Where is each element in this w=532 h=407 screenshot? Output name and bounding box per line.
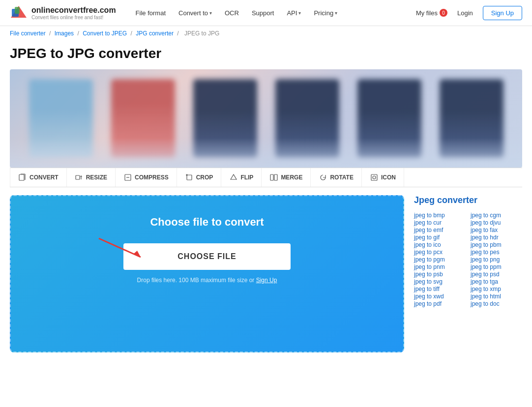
breadcrumb: File converter / Images / Convert to JPE… [0,26,532,41]
link-jpeg-cur[interactable]: jpeg to cur [414,219,442,226]
logo-area: onlineconvertfree.com Convert files onli… [10,4,116,22]
svg-rect-8 [187,175,192,180]
merge-icon [269,173,278,182]
flip-icon [229,173,238,182]
header: onlineconvertfree.com Convert files onli… [0,0,532,26]
upload-section: Choose file to convert CHOOSE FILE Drop … [10,195,404,352]
logo-subtitle: Convert files online free and fast! [31,15,116,20]
link-jpeg-doc[interactable]: jpeg to doc [471,300,500,307]
logo-text: onlineconvertfree.com Convert files onli… [31,6,116,20]
link-jpeg-png[interactable]: jpeg to png [471,256,500,263]
upload-title: Choose file to convert [150,216,264,229]
link-jpeg-pes[interactable]: jpeg to pes [471,249,500,256]
notification-badge: 0 [440,9,447,17]
tool-flip[interactable]: FLIP [221,168,262,187]
chevron-down-icon: ▾ [335,10,337,16]
link-jpeg-pgm[interactable]: jpeg to pgm [414,256,445,263]
svg-rect-5 [76,175,80,179]
main-nav: File format Convert to ▾ OCR Support API… [131,6,416,20]
breadcrumb-convert-to-jpeg[interactable]: Convert to JPEG [83,30,127,37]
nav-ocr[interactable]: OCR [220,6,244,20]
logo-title: onlineconvertfree.com [31,6,116,15]
signup-link[interactable]: Sign Up [256,277,277,284]
link-jpeg-xmp[interactable]: jpeg to xmp [471,286,501,292]
link-jpeg-fax[interactable]: jpeg to fax [471,227,498,233]
breadcrumb-jpg-converter[interactable]: JPG converter [136,30,174,37]
link-jpeg-tga[interactable]: jpeg to tga [471,278,498,285]
my-files-button[interactable]: My files 0 [416,9,447,17]
nav-support[interactable]: Support [247,6,279,20]
signup-button[interactable]: Sign Up [483,6,522,20]
link-jpeg-psd[interactable]: jpeg to psd [471,271,500,278]
page-title: JPEG to JPG converter [0,41,532,69]
sidebar-col2: jpeg to cgm jpeg to djvu jpeg to fax jpe… [471,211,522,307]
link-jpeg-gif[interactable]: jpeg to gif [414,234,440,241]
link-jpeg-svg[interactable]: jpeg to svg [414,278,443,285]
nav-pricing[interactable]: Pricing ▾ [309,6,342,20]
content-area: Choose file to convert CHOOSE FILE Drop … [0,187,532,360]
upload-button-area: CHOOSE FILE [123,243,291,270]
red-arrow-icon [94,233,153,263]
svg-point-15 [373,176,376,179]
nav-file-format[interactable]: File format [131,6,171,20]
sidebar-title: Jpeg converter [414,195,522,205]
icon-tool-icon [370,173,379,182]
convert-icon [18,173,27,182]
tool-crop[interactable]: CROP [177,168,222,187]
banner-fade [10,138,522,168]
banner [10,69,522,168]
breadcrumb-images[interactable]: Images [55,30,74,37]
crop-icon [185,173,194,182]
tool-convert[interactable]: CONVERT [10,168,67,187]
link-jpeg-pbm[interactable]: jpeg to pbm [471,241,502,248]
resize-icon [75,173,84,182]
rotate-icon [319,173,327,182]
breadcrumb-file-converter[interactable]: File converter [10,30,46,37]
sidebar: Jpeg converter jpeg to bmp jpeg to cur j… [414,195,522,352]
svg-rect-14 [371,174,377,180]
chevron-down-icon: ▾ [209,10,212,16]
logo-icon [10,4,28,22]
link-jpeg-djvu[interactable]: jpeg to djvu [471,219,501,226]
link-jpeg-psb[interactable]: jpeg to psb [414,271,443,278]
link-jpeg-pdf[interactable]: jpeg to pdf [414,300,442,307]
link-jpeg-emf[interactable]: jpeg to emf [414,227,443,233]
tool-compress[interactable]: COMPRESS [116,168,177,187]
drop-info: Drop files here. 100 MB maximum file siz… [137,277,277,284]
sidebar-links: jpeg to bmp jpeg to cur jpeg to emf jpeg… [414,211,522,307]
link-jpeg-bmp[interactable]: jpeg to bmp [414,212,445,219]
breadcrumb-current: JPEG to JPG [184,30,219,37]
link-jpeg-pcx[interactable]: jpeg to pcx [414,249,443,256]
link-jpeg-ico[interactable]: jpeg to ico [414,241,441,248]
svg-rect-13 [274,174,277,180]
link-jpeg-html[interactable]: jpeg to html [471,293,501,300]
tool-resize[interactable]: RESIZE [67,168,116,187]
tool-rotate[interactable]: ROTATE [311,168,362,187]
link-jpeg-ppm[interactable]: jpeg to ppm [471,263,502,270]
link-jpeg-cgm[interactable]: jpeg to cgm [471,212,501,219]
compress-icon [123,173,132,182]
tool-merge[interactable]: MERGE [262,168,311,187]
sidebar-col1: jpeg to bmp jpeg to cur jpeg to emf jpeg… [414,211,466,307]
link-jpeg-pnm[interactable]: jpeg to pnm [414,263,445,270]
nav-convert-to[interactable]: Convert to ▾ [174,6,217,20]
link-jpeg-hdr[interactable]: jpeg to hdr [471,234,499,241]
tool-icon[interactable]: ICON [362,168,404,187]
svg-marker-11 [231,174,236,179]
svg-rect-12 [270,174,273,180]
tools-bar: CONVERT RESIZE COMPRESS CROP FLIP MERGE [10,168,522,187]
link-jpeg-tiff[interactable]: jpeg to tiff [414,286,440,292]
link-jpeg-xwd[interactable]: jpeg to xwd [414,293,444,300]
nav-api[interactable]: API ▾ [282,6,306,20]
header-right: My files 0 Login Sign Up [416,6,522,20]
svg-rect-3 [15,7,20,14]
login-button[interactable]: Login [452,6,478,20]
svg-rect-4 [19,174,24,180]
chevron-down-icon: ▾ [298,10,301,16]
